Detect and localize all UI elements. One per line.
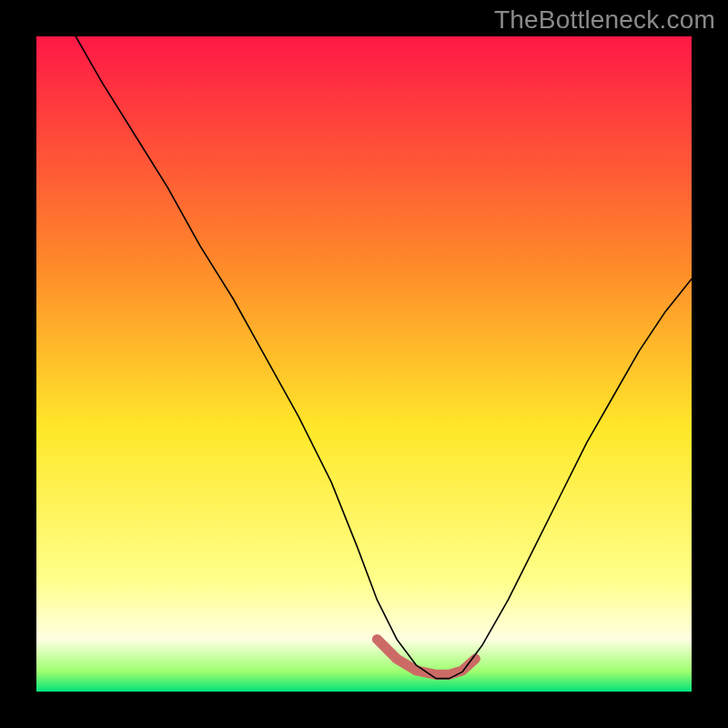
highlight-band (377, 639, 475, 674)
watermark-text: TheBottleneck.com (494, 5, 715, 35)
plot-area (36, 36, 692, 692)
curve-layer (36, 36, 692, 692)
chart-container: TheBottleneck.com (0, 0, 728, 728)
curve-line (76, 36, 692, 679)
